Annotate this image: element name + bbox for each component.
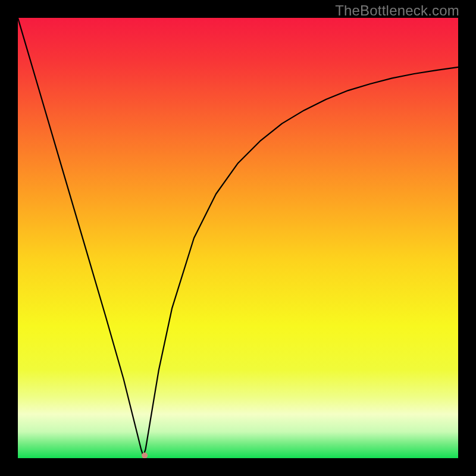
plot-area <box>18 18 458 458</box>
chart-frame: TheBottleneck.com <box>0 0 476 476</box>
watermark-text: TheBottleneck.com <box>335 2 459 19</box>
curve-layer <box>18 18 458 458</box>
